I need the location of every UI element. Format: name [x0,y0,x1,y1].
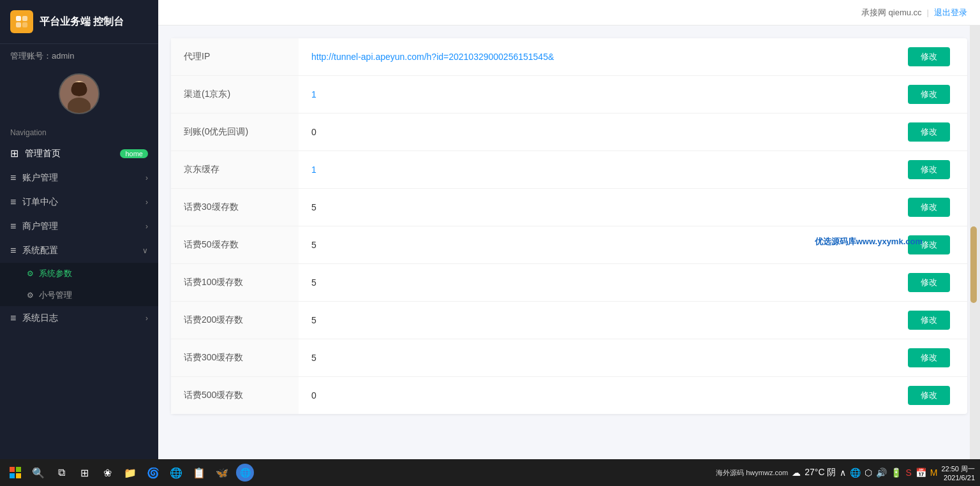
param-action-cell: 修改 [891,151,967,189]
chevron-right-icon: › [145,222,148,231]
chevron-down-icon: ∨ [142,246,148,255]
battery-icon: 🔋 [891,468,902,478]
avatar-container [0,68,158,123]
param-action-cell: 修改 [891,189,967,226]
topbar-logout[interactable]: 退出登录 [934,7,967,18]
orders-icon: ≡ [10,196,16,208]
volume-icon: 🔊 [876,468,887,478]
pinned-app-5[interactable]: 📋 [189,462,209,483]
edit-button[interactable]: 修改 [908,47,950,66]
param-label: 代理IP [171,38,299,76]
svg-rect-3 [22,22,27,27]
sidebar-item-label: 系统日志 [22,313,145,324]
param-action-cell: 修改 [891,339,967,377]
svg-rect-9 [10,473,15,478]
taskbar-left: 🔍 ⧉ ⊞ ❀ 📁 🌀 🌐 📋 🦋 🌐 [5,462,255,483]
search-button[interactable]: 🔍 [28,462,48,483]
pinned-app-3[interactable]: 🌀 [143,462,163,483]
pinned-app-6[interactable]: 🦋 [212,462,232,483]
pinned-app-4[interactable]: 🌐 [166,462,186,483]
app-icon-1: S [905,468,911,478]
network-icon: 🌐 [850,468,861,478]
param-action-cell: 修改 [891,264,967,302]
pinned-app-2[interactable]: 📁 [120,462,140,483]
taskbar-clock[interactable]: 22:50 周一 2021/6/21 [941,464,975,482]
app-icon-2: 📅 [916,468,926,478]
param-label: 京东缓存 [171,151,299,189]
sidebar-item-orders[interactable]: ≡ 订单中心 › [0,190,158,214]
sidebar-submenu: ⚙ 系统参数 ⚙ 小号管理 [0,263,158,306]
syslog-icon: ≡ [10,313,16,324]
param-value: 0 [299,114,891,151]
bluetooth-icon: ⬡ [865,468,872,478]
widgets-button[interactable]: ⊞ [74,462,94,483]
edit-button[interactable]: 修改 [908,85,950,104]
task-view-button[interactable]: ⧉ [51,462,71,483]
sidebar-item-label: 账户管理 [22,172,145,184]
svg-rect-1 [22,16,27,21]
param-action-cell: 修改 [891,38,967,76]
param-value: 5 [299,302,891,339]
sidebar-item-account[interactable]: ≡ 账户管理 › [0,166,158,190]
svg-rect-8 [16,467,21,472]
topbar: 承接网 qiemu.cc | 退出登录 [158,0,980,26]
edit-button[interactable]: 修改 [908,386,950,405]
sidebar-item-label: 系统配置 [22,245,142,256]
table-row: 代理IPhttp://tunnel-api.apeyun.com/h?id=20… [171,38,967,76]
date-display: 2021/6/21 [941,474,975,482]
table-row: 话费200缓存数5修改 [171,302,967,339]
taskbar: 🔍 ⧉ ⊞ ❀ 📁 🌀 🌐 📋 🦋 🌐 海外源码 hwymwz.com ☁ 27… [0,459,980,486]
params-card: 代理IPhttp://tunnel-api.apeyun.com/h?id=20… [171,38,967,414]
chevron-right-icon: › [145,314,148,323]
pinned-app-7[interactable]: 🌐 [235,462,255,483]
subitem-label: 系统参数 [39,268,72,279]
watermark-text: 优选源码库www.yxymk.com [815,236,923,247]
param-action-cell: 修改 [891,377,967,415]
topbar-username: 承接网 qiemu.cc [861,7,922,18]
edit-button[interactable]: 修改 [908,273,950,292]
sidebar: 平台业务端 控制台 管理账号：admin Navigation ⊞ 管理首页 h… [0,0,158,459]
sidebar-header: 平台业务端 控制台 [0,0,158,44]
scrollbar-thumb[interactable] [970,226,977,303]
param-label: 渠道(1京东) [171,76,299,114]
edit-button[interactable]: 修改 [908,311,950,330]
taskbar-sys-icons: ☁ 27°C 阴 ∧ 🌐 ⬡ 🔊 🔋 S 📅 M [792,467,937,478]
chevron-right-icon: › [145,198,148,207]
content-area: 代理IPhttp://tunnel-api.apeyun.com/h?id=20… [158,26,980,486]
edit-button[interactable]: 修改 [908,348,950,367]
param-value: http://tunnel-api.apeyun.com/h?id=202103… [299,38,891,76]
sidebar-item-home[interactable]: ⊞ 管理首页 home [0,141,158,166]
sidebar-item-syslog[interactable]: ≡ 系统日志 › [0,306,158,330]
sysparams-icon: ⚙ [27,269,34,278]
svg-rect-10 [16,473,21,478]
param-action-cell: 修改 [891,76,967,114]
nav-label: Navigation [0,123,158,141]
sidebar-item-label: 管理首页 [25,148,116,159]
chevron-right-icon: › [145,173,148,182]
svg-rect-0 [16,16,21,21]
edit-button[interactable]: 修改 [908,122,950,142]
edit-button[interactable]: 修改 [908,198,950,217]
edit-button[interactable]: 修改 [908,160,950,179]
svg-rect-7 [10,467,15,472]
param-value: 5 [299,189,891,226]
arrow-up-icon: ∧ [840,468,846,478]
sidebar-item-merchant[interactable]: ≡ 商户管理 › [0,214,158,239]
param-value: 5 [299,264,891,302]
sidebar-subitem-sysparams[interactable]: ⚙ 系统参数 [0,263,158,284]
weather-icon: ☁ [792,468,801,478]
table-row: 话费300缓存数5修改 [171,339,967,377]
param-label: 话费500缓存数 [171,377,299,415]
start-button[interactable] [5,462,26,483]
taskbar-watermark: 海外源码 hwymwz.com [716,468,788,478]
sidebar-item-label: 订单中心 [22,196,145,208]
sysconfig-icon: ≡ [10,245,16,256]
table-row: 话费30缓存数5修改 [171,189,967,226]
param-value: 0 [299,377,891,415]
sidebar-subitem-xiaohao[interactable]: ⚙ 小号管理 [0,284,158,306]
param-action-cell: 修改 [891,302,967,339]
sidebar-admin-label: 管理账号：admin [0,44,158,68]
pinned-app-1[interactable]: ❀ [97,462,117,483]
param-value: 1 [299,151,891,189]
sidebar-item-sysconfig[interactable]: ≡ 系统配置 ∨ [0,239,158,263]
